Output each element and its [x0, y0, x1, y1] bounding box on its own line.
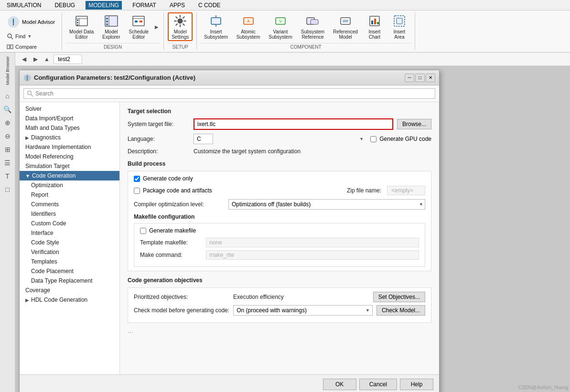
- design-group-items: Model Data Editor Model Explorer Schedul…: [66, 12, 160, 41]
- model-data-editor-button[interactable]: Model Data Editor: [66, 12, 97, 41]
- tree-item-hdl[interactable]: ▶ HDL Code Generation: [20, 295, 119, 305]
- tree-item-comments[interactable]: Comments: [20, 200, 119, 209]
- tree-item-data-import[interactable]: Data Import/Export: [20, 114, 119, 123]
- menu-format[interactable]: FORMAT: [129, 1, 159, 10]
- menu-apps[interactable]: APPS: [167, 1, 188, 10]
- sidebar-zoom-in-icon[interactable]: ⊕: [1, 117, 14, 129]
- set-objectives-button[interactable]: Set Objectives...: [373, 292, 425, 302]
- referenced-model-button[interactable]: Referenced Model: [330, 12, 361, 41]
- minimize-button[interactable]: ─: [405, 74, 414, 82]
- model-advisor-button[interactable]: Model Advisor: [4, 13, 58, 31]
- objectives-title: Code generation objectives: [128, 277, 431, 284]
- breadcrumb-forward-button[interactable]: ▶: [31, 54, 40, 64]
- tree-item-diagnostics[interactable]: ▶ Diagnostics: [20, 133, 119, 142]
- tree-item-math[interactable]: Math and Data Types: [20, 123, 119, 133]
- generate-code-checkbox[interactable]: Generate code only: [134, 175, 193, 182]
- menu-simulation[interactable]: SIMULATION: [4, 1, 44, 10]
- package-code-row: Package code and artifacts Zip file name…: [134, 186, 425, 195]
- package-code-checkbox[interactable]: Package code and artifacts: [134, 187, 212, 194]
- language-select-wrap: C: [194, 134, 366, 144]
- zip-file-value: <emply>: [387, 186, 425, 195]
- compiler-select[interactable]: Optimizations off (faster builds): [228, 199, 425, 210]
- system-target-input[interactable]: [194, 118, 393, 130]
- tree-item-code-generation[interactable]: ▼ Code Generation: [20, 171, 119, 180]
- insert-subsystem-button[interactable]: Insert Subsystem: [201, 12, 231, 41]
- variant-subsystem-button[interactable]: V Variant Subsystem: [265, 12, 295, 41]
- generate-gpu-checkbox[interactable]: Generate GPU code: [370, 136, 431, 142]
- help-button[interactable]: Help: [400, 379, 433, 390]
- tree-item-solver[interactable]: Solver: [20, 104, 119, 114]
- close-button[interactable]: ✕: [426, 74, 435, 82]
- sidebar-search-icon[interactable]: 🔍: [1, 103, 14, 116]
- generate-code-check[interactable]: [134, 176, 140, 182]
- diagnostics-arrow: ▶: [25, 135, 29, 140]
- zip-file-label: Zip file name:: [347, 187, 381, 194]
- model-explorer-button[interactable]: Model Explorer: [99, 12, 123, 41]
- tree-item-templates[interactable]: Templates: [20, 257, 119, 266]
- search-input[interactable]: [35, 90, 432, 97]
- svg-point-41: [28, 91, 32, 95]
- tree-item-coverage[interactable]: Coverage: [20, 286, 119, 295]
- tree-item-custom-code[interactable]: Custom Code: [20, 219, 119, 228]
- language-select[interactable]: C: [194, 134, 213, 144]
- make-command-value: make_rtw: [206, 250, 419, 260]
- maximize-button[interactable]: □: [415, 74, 425, 82]
- ribbon: Model Advisor Find ▼ Compare Environment…: [0, 11, 570, 53]
- search-input-wrap: [23, 88, 435, 99]
- tree-item-identifiers[interactable]: Identifiers: [20, 209, 119, 219]
- tree-item-hardware[interactable]: Hardware Implementation: [20, 142, 119, 152]
- svg-rect-36: [374, 19, 376, 24]
- template-makefile-row: Template makefile: none: [140, 238, 419, 247]
- generate-makefile-row: Generate makefile: [140, 227, 419, 234]
- ok-button[interactable]: OK: [323, 379, 356, 390]
- svg-point-22: [178, 19, 183, 23]
- check-model-select[interactable]: On (proceed with warnings): [233, 305, 373, 316]
- sidebar-fit-icon[interactable]: ⊞: [1, 143, 14, 156]
- sidebar-zoom-out-icon[interactable]: ⊖: [1, 130, 14, 142]
- setup-group-items: Model Settings: [168, 12, 193, 41]
- check-model-button[interactable]: Check Model...: [376, 305, 425, 316]
- cancel-button[interactable]: Cancel: [359, 379, 397, 390]
- referenced-model-label: Referenced Model: [333, 29, 358, 40]
- menu-modeling[interactable]: MODELING: [86, 1, 122, 10]
- package-code-check[interactable]: [134, 188, 140, 194]
- breadcrumb-back-button[interactable]: ◀: [19, 54, 29, 64]
- generate-makefile-check[interactable]: [140, 228, 146, 234]
- compare-button[interactable]: Compare: [4, 42, 58, 52]
- system-target-label: System target file:: [128, 121, 190, 127]
- tree-item-report[interactable]: Report: [20, 190, 119, 200]
- find-button[interactable]: Find ▼: [4, 32, 58, 41]
- svg-rect-20: [135, 21, 138, 22]
- description-label: Description:: [128, 148, 190, 155]
- tree-item-interface[interactable]: Interface: [20, 228, 119, 238]
- svg-rect-35: [371, 21, 373, 24]
- generate-makefile-checkbox[interactable]: Generate makefile: [140, 227, 196, 234]
- tree-item-code-style[interactable]: Code Style: [20, 238, 119, 247]
- atomic-subsystem-button[interactable]: A Atomic Subsystem: [233, 12, 263, 41]
- design-expand-button[interactable]: ▶: [154, 12, 160, 41]
- sidebar-text-icon[interactable]: T: [1, 170, 14, 182]
- ellipsis: ...: [128, 327, 431, 334]
- tree-item-model-referencing[interactable]: Model Referencing: [20, 152, 119, 161]
- breadcrumb-up-button[interactable]: ▲: [42, 54, 52, 64]
- insert-area-button[interactable]: Insert Area: [388, 12, 411, 41]
- prioritized-label: Prioritized objectives:: [134, 294, 229, 300]
- insert-chart-button[interactable]: Insert Chart: [363, 12, 386, 41]
- browse-button[interactable]: Browse...: [397, 119, 431, 129]
- schedule-editor-button[interactable]: Schedule Editor: [125, 12, 152, 41]
- model-advisor-label: Model Advisor: [22, 19, 55, 25]
- sidebar-home-icon[interactable]: ⌂: [1, 90, 14, 102]
- tree-item-optimization[interactable]: Optimization: [20, 180, 119, 190]
- variant-subsystem-label: Variant Subsystem: [269, 29, 292, 40]
- model-settings-button[interactable]: Model Settings: [168, 12, 193, 41]
- menu-c-code[interactable]: C CODE: [195, 1, 224, 10]
- tree-item-code-placement[interactable]: Code Placement: [20, 266, 119, 276]
- tree-item-data-type-replacement[interactable]: Data Type Replacement: [20, 276, 119, 286]
- subsystem-reference-button[interactable]: Subsystem Reference: [298, 12, 328, 41]
- generate-gpu-check[interactable]: [370, 136, 376, 142]
- tree-item-simulation-target[interactable]: Simulation Target: [20, 161, 119, 171]
- tree-item-verification[interactable]: Verification: [20, 247, 119, 257]
- sidebar-layers-icon[interactable]: ☰: [1, 157, 14, 169]
- menu-debug[interactable]: DEBUG: [52, 1, 78, 10]
- sidebar-rect-icon[interactable]: □: [1, 183, 14, 196]
